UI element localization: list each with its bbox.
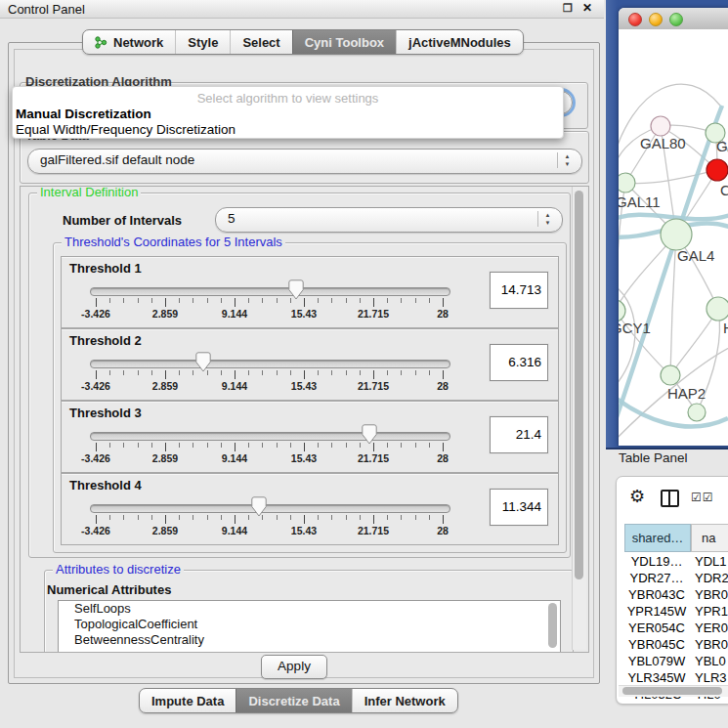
tab-network-label: Network — [113, 35, 163, 50]
network-node[interactable] — [619, 173, 635, 193]
table-row[interactable]: YBR043CYBR0 — [624, 586, 728, 603]
table-row[interactable]: YDR27…YDR2 — [624, 570, 728, 586]
threshold-4-value-field[interactable]: 11.344 — [490, 489, 548, 526]
columns-icon[interactable] — [661, 490, 679, 507]
close-icon[interactable]: ✕ — [582, 1, 592, 15]
number-of-intervals-combobox[interactable]: 5 ▲▼ — [215, 207, 563, 233]
tick-mark — [248, 515, 249, 520]
tick-mark — [235, 370, 236, 379]
cell: YLR345W — [624, 669, 689, 686]
cell: YPR1 — [689, 603, 728, 620]
close-traffic-light-icon[interactable] — [628, 13, 642, 26]
combobox-stepper-icon: ▲▼ — [562, 152, 573, 168]
attributes-to-discretize-group: Attributes to discretize Numerical Attri… — [44, 570, 574, 653]
threshold-3-slider-track[interactable] — [90, 432, 450, 441]
table-data-combobox[interactable]: galFiltered.sif default node ▲▼ — [27, 149, 582, 174]
tab-select-label: Select — [242, 35, 279, 50]
tab-jactivemnodules-label: jActiveMNodules — [408, 35, 511, 50]
algorithm-dropdown-popup: Select algorithm to view settings Manual… — [12, 86, 564, 139]
scrollbar-thumb[interactable] — [575, 191, 583, 579]
tick-mark — [207, 298, 208, 303]
float-window-icon[interactable]: ❐ — [563, 2, 573, 15]
list-item[interactable]: SelfLoops — [59, 601, 560, 617]
list-item[interactable]: TopologicalCoefficient — [59, 617, 560, 632]
slider-ticks — [96, 515, 444, 524]
scale-tick: -3.426 — [66, 308, 125, 320]
scrollbar-thumb[interactable] — [622, 687, 722, 695]
tick-mark — [96, 443, 97, 451]
tab-network[interactable]: Network — [83, 30, 175, 54]
threshold-1-value-field[interactable]: 14.713 — [490, 272, 548, 309]
numerical-attributes-list[interactable]: SelfLoops TopologicalCoefficient Between… — [58, 600, 561, 653]
network-edge[interactable] — [625, 170, 717, 184]
threshold-1-slider-track[interactable] — [90, 287, 450, 296]
scale-tick: 15.43 — [275, 452, 333, 464]
tab-style[interactable]: Style — [175, 30, 230, 54]
tick-mark — [193, 370, 193, 375]
network-node[interactable] — [661, 365, 680, 385]
threshold-1-slider-thumb[interactable] — [288, 279, 304, 300]
table-row[interactable]: YBR045CYBR0 — [624, 636, 728, 653]
tick-mark — [373, 515, 374, 524]
threshold-3-slider-thumb[interactable] — [362, 424, 377, 445]
table-row[interactable]: YBL079WYBL0 — [624, 653, 728, 669]
apply-button[interactable]: Apply — [261, 655, 327, 679]
threshold-2-value-field[interactable]: 6.316 — [490, 344, 548, 381]
dropdown-option-equal-width-frequency[interactable]: Equal Width/Frequency Discretization — [16, 122, 236, 137]
tab-select[interactable]: Select — [230, 30, 291, 54]
table-row[interactable]: YER054CYER0 — [624, 620, 728, 636]
network-node[interactable] — [688, 404, 706, 421]
tick-mark — [123, 515, 124, 520]
select-columns-icon[interactable]: ☑☑ — [691, 491, 714, 504]
network-node[interactable] — [651, 116, 670, 136]
tick-mark — [179, 370, 180, 375]
threshold-3-value-field[interactable]: 21.4 — [490, 416, 548, 453]
network-window-titlebar[interactable] — [619, 8, 728, 30]
gear-icon[interactable]: ⚙ — [629, 486, 645, 507]
tab-infer-network[interactable]: Infer Network — [352, 689, 457, 712]
scale-tick: 9.144 — [205, 308, 264, 320]
scale-tick: 2.859 — [136, 380, 194, 392]
tick-mark — [429, 515, 430, 520]
network-node[interactable] — [707, 297, 728, 321]
tick-mark — [151, 515, 152, 520]
threshold-2-slider-thumb[interactable] — [195, 352, 211, 372]
network-node[interactable] — [661, 219, 692, 250]
table-row[interactable]: YPR145WYPR1 — [624, 603, 728, 620]
tab-discretize-data[interactable]: Discretize Data — [236, 689, 351, 712]
scrollbar-thumb[interactable] — [548, 603, 557, 648]
threshold-4-slider-track[interactable] — [90, 504, 450, 513]
control-panel-titlebar — [0, 0, 604, 19]
network-node[interactable] — [619, 300, 625, 321]
threshold-4-slider-thumb[interactable] — [251, 496, 267, 517]
numerical-attributes-label: Numerical Attributes — [47, 582, 171, 597]
threshold-2-row: Threshold 2 -3.426 2.859 9.144 15.43 21.… — [61, 328, 559, 401]
settings-scroll-viewport: Interval Definition Number of Intervals … — [20, 186, 589, 653]
minimize-traffic-light-icon[interactable] — [649, 13, 663, 26]
interval-definition-group: Interval Definition Number of Intervals … — [28, 193, 571, 558]
zoom-traffic-light-icon[interactable] — [669, 13, 683, 26]
dropdown-option-manual-discretization[interactable]: Manual Discretization — [16, 107, 151, 121]
tab-impute-data[interactable]: Impute Data — [140, 689, 236, 712]
threshold-2-slider-track[interactable] — [90, 360, 450, 368]
table-body: YDL19…YDL1 YDR27…YDR2 YBR043CYBR0 YPR145… — [624, 553, 728, 703]
table-horizontal-scrollbar[interactable] — [619, 685, 728, 697]
threshold-3-row: Threshold 3 -3.426 2.859 9.144 15.43 21.… — [61, 401, 559, 473]
scale-tick: 21.715 — [344, 525, 403, 536]
table-row[interactable]: YLR345WYLR3 — [624, 669, 728, 686]
tick-mark — [429, 298, 430, 303]
network-view-window: GAL80 GA C GAL11 GAL4 GCY1 H HAP2 — [619, 8, 728, 446]
tick-mark — [96, 515, 97, 524]
table-row[interactable]: YDL19…YDL1 — [624, 553, 728, 570]
tick-mark — [277, 298, 278, 303]
network-node-selected[interactable] — [707, 159, 728, 181]
tick-mark — [221, 515, 222, 520]
list-scrollbar[interactable] — [547, 603, 558, 653]
tab-cyni-toolbox[interactable]: Cyni Toolbox — [292, 30, 396, 54]
network-canvas[interactable]: GAL80 GA C GAL11 GAL4 GCY1 H HAP2 — [619, 29, 728, 446]
tab-jactivemnodules[interactable]: jActiveMNodules — [396, 30, 523, 54]
list-item[interactable]: BetweennessCentrality — [59, 632, 560, 648]
viewport-scrollbar[interactable] — [572, 187, 586, 650]
column-header-name[interactable]: na — [691, 524, 728, 552]
column-header-shared-name[interactable]: shared… — [624, 524, 691, 552]
